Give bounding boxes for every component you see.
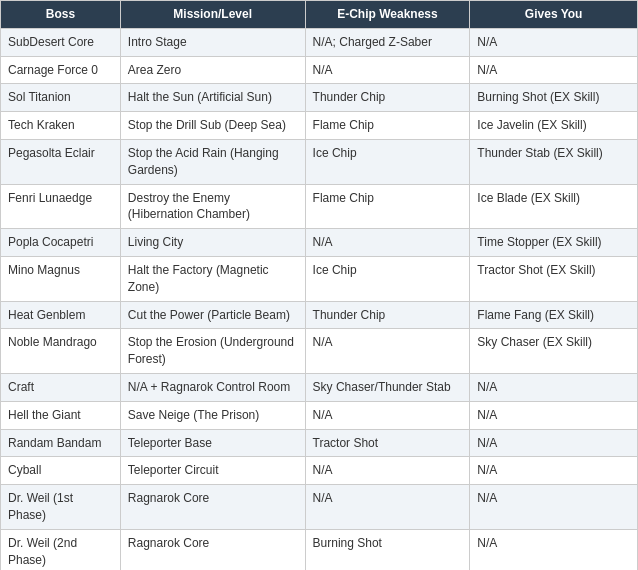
cell-gives: N/A xyxy=(470,485,638,530)
cell-echip: Thunder Chip xyxy=(305,301,470,329)
cell-mission: Intro Stage xyxy=(120,28,305,56)
cell-mission: Living City xyxy=(120,229,305,257)
cell-mission: Teleporter Base xyxy=(120,429,305,457)
table-row: Popla CocapetriLiving CityN/ATime Stoppe… xyxy=(1,229,638,257)
cell-gives: Sky Chaser (EX Skill) xyxy=(470,329,638,374)
table-row: CraftN/A + Ragnarok Control RoomSky Chas… xyxy=(1,373,638,401)
cell-echip: Ice Chip xyxy=(305,256,470,301)
table-row: Fenri LunaedgeDestroy the Enemy (Hiberna… xyxy=(1,184,638,229)
cell-boss: Dr. Weil (2nd Phase) xyxy=(1,529,121,570)
table-row: Dr. Weil (2nd Phase)Ragnarok CoreBurning… xyxy=(1,529,638,570)
cell-mission: Stop the Drill Sub (Deep Sea) xyxy=(120,112,305,140)
table-row: Randam BandamTeleporter BaseTractor Shot… xyxy=(1,429,638,457)
table-row: Hell the GiantSave Neige (The Prison)N/A… xyxy=(1,401,638,429)
cell-echip: N/A xyxy=(305,457,470,485)
cell-gives: Burning Shot (EX Skill) xyxy=(470,84,638,112)
cell-echip: N/A xyxy=(305,56,470,84)
table-row: SubDesert CoreIntro StageN/A; Charged Z-… xyxy=(1,28,638,56)
cell-mission: Halt the Factory (Magnetic Zone) xyxy=(120,256,305,301)
cell-boss: Pegasolta Eclair xyxy=(1,139,121,184)
cell-mission: Halt the Sun (Artificial Sun) xyxy=(120,84,305,112)
table-row: Sol TitanionHalt the Sun (Artificial Sun… xyxy=(1,84,638,112)
cell-echip: N/A xyxy=(305,329,470,374)
table-row: Dr. Weil (1st Phase)Ragnarok CoreN/AN/A xyxy=(1,485,638,530)
cell-gives: Ice Blade (EX Skill) xyxy=(470,184,638,229)
cell-gives: Thunder Stab (EX Skill) xyxy=(470,139,638,184)
cell-gives: N/A xyxy=(470,56,638,84)
col-header-gives: Gives You xyxy=(470,1,638,29)
cell-boss: Fenri Lunaedge xyxy=(1,184,121,229)
cell-boss: Noble Mandrago xyxy=(1,329,121,374)
cell-mission: Destroy the Enemy (Hibernation Chamber) xyxy=(120,184,305,229)
cell-boss: Cyball xyxy=(1,457,121,485)
col-header-echip: E-Chip Weakness xyxy=(305,1,470,29)
cell-mission: Ragnarok Core xyxy=(120,529,305,570)
table-row: Heat GenblemCut the Power (Particle Beam… xyxy=(1,301,638,329)
cell-mission: Ragnarok Core xyxy=(120,485,305,530)
cell-gives: N/A xyxy=(470,457,638,485)
cell-echip: Tractor Shot xyxy=(305,429,470,457)
cell-echip: Sky Chaser/Thunder Stab xyxy=(305,373,470,401)
table-header-row: Boss Mission/Level E-Chip Weakness Gives… xyxy=(1,1,638,29)
table-row: Pegasolta EclairStop the Acid Rain (Hang… xyxy=(1,139,638,184)
cell-echip: N/A xyxy=(305,229,470,257)
cell-gives: N/A xyxy=(470,529,638,570)
col-header-mission: Mission/Level xyxy=(120,1,305,29)
cell-mission: N/A + Ragnarok Control Room xyxy=(120,373,305,401)
cell-gives: Time Stopper (EX Skill) xyxy=(470,229,638,257)
cell-boss: Craft xyxy=(1,373,121,401)
cell-boss: Sol Titanion xyxy=(1,84,121,112)
cell-gives: Flame Fang (EX Skill) xyxy=(470,301,638,329)
cell-gives: N/A xyxy=(470,28,638,56)
cell-boss: SubDesert Core xyxy=(1,28,121,56)
cell-gives: N/A xyxy=(470,373,638,401)
cell-mission: Save Neige (The Prison) xyxy=(120,401,305,429)
cell-echip: Ice Chip xyxy=(305,139,470,184)
cell-boss: Popla Cocapetri xyxy=(1,229,121,257)
cell-gives: N/A xyxy=(470,429,638,457)
cell-boss: Hell the Giant xyxy=(1,401,121,429)
cell-gives: N/A xyxy=(470,401,638,429)
cell-boss: Mino Magnus xyxy=(1,256,121,301)
cell-gives: Ice Javelin (EX Skill) xyxy=(470,112,638,140)
cell-mission: Stop the Erosion (Underground Forest) xyxy=(120,329,305,374)
cell-gives: Tractor Shot (EX Skill) xyxy=(470,256,638,301)
table-row: Tech KrakenStop the Drill Sub (Deep Sea)… xyxy=(1,112,638,140)
cell-mission: Cut the Power (Particle Beam) xyxy=(120,301,305,329)
cell-echip: Flame Chip xyxy=(305,184,470,229)
table-row: CyballTeleporter CircuitN/AN/A xyxy=(1,457,638,485)
cell-mission: Teleporter Circuit xyxy=(120,457,305,485)
table-row: Carnage Force 0Area ZeroN/AN/A xyxy=(1,56,638,84)
col-header-boss: Boss xyxy=(1,1,121,29)
table-row: Mino MagnusHalt the Factory (Magnetic Zo… xyxy=(1,256,638,301)
cell-mission: Stop the Acid Rain (Hanging Gardens) xyxy=(120,139,305,184)
cell-echip: Flame Chip xyxy=(305,112,470,140)
cell-mission: Area Zero xyxy=(120,56,305,84)
cell-boss: Carnage Force 0 xyxy=(1,56,121,84)
cell-boss: Heat Genblem xyxy=(1,301,121,329)
cell-boss: Tech Kraken xyxy=(1,112,121,140)
cell-echip: Thunder Chip xyxy=(305,84,470,112)
cell-echip: N/A; Charged Z-Saber xyxy=(305,28,470,56)
table-row: Noble MandragoStop the Erosion (Undergro… xyxy=(1,329,638,374)
cell-echip: Burning Shot xyxy=(305,529,470,570)
cell-echip: N/A xyxy=(305,401,470,429)
cell-boss: Dr. Weil (1st Phase) xyxy=(1,485,121,530)
boss-table: Boss Mission/Level E-Chip Weakness Gives… xyxy=(0,0,638,570)
cell-boss: Randam Bandam xyxy=(1,429,121,457)
cell-echip: N/A xyxy=(305,485,470,530)
